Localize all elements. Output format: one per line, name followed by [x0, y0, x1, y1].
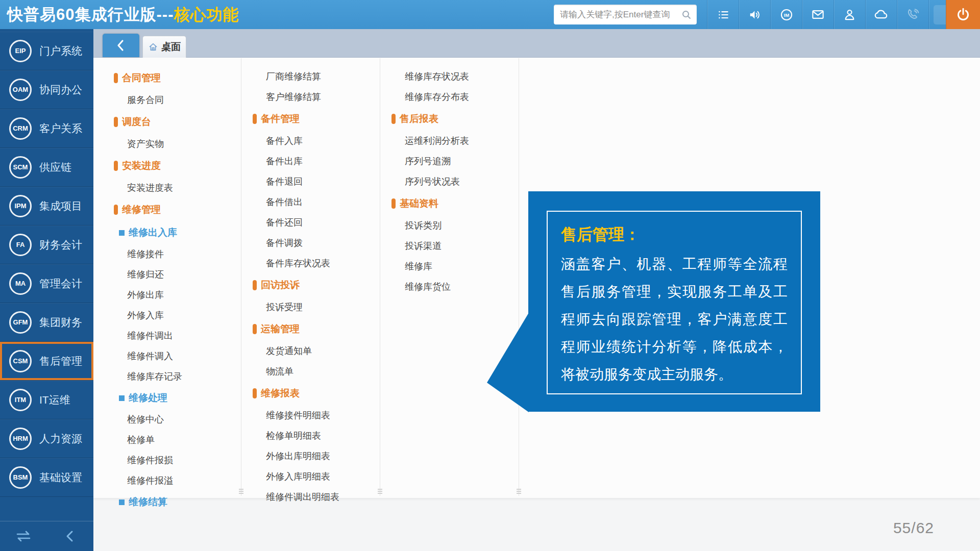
- menu-group-header[interactable]: 回访投诉: [253, 273, 375, 297]
- menu-label: 资产实物: [127, 138, 164, 150]
- sidebar-item-ipm[interactable]: IPM集成项目: [0, 187, 93, 226]
- menu-item[interactable]: 检修中心: [114, 409, 236, 430]
- menu-item[interactable]: 序列号状况表: [391, 171, 514, 192]
- menu-item[interactable]: 序列号追溯: [391, 151, 514, 171]
- menu-item[interactable]: 检修单: [114, 430, 236, 450]
- module-badge-csm: CSM: [9, 350, 32, 372]
- column-divider[interactable]: [519, 58, 519, 496]
- menu-item[interactable]: 维修库存记录: [114, 366, 236, 387]
- sidebar-item-scm[interactable]: SCM供应链: [0, 148, 93, 187]
- module-badge-gfm: GFM: [9, 311, 32, 334]
- menu-item[interactable]: 维修库存状况表: [391, 66, 514, 87]
- menu-subgroup-header[interactable]: 维修结算: [114, 491, 236, 513]
- menu-item[interactable]: 检修单明细表: [253, 425, 375, 446]
- module-badge-crm: CRM: [9, 117, 32, 140]
- power-button[interactable]: [946, 0, 980, 29]
- im-icon[interactable]: IM: [770, 0, 802, 29]
- menu-item[interactable]: 发货通知单: [253, 341, 375, 361]
- sidebar-item-itm[interactable]: ITMIT运维: [0, 381, 93, 419]
- sidebar-item-crm[interactable]: CRM客户关系: [0, 109, 93, 148]
- menu-label: 备件还回: [266, 216, 303, 229]
- menu-item[interactable]: 投诉类别: [391, 215, 514, 236]
- menu-item[interactable]: 外修入库: [114, 305, 236, 325]
- menu-group-header[interactable]: 合同管理: [114, 66, 236, 90]
- menu-label: 厂商维修结算: [266, 70, 321, 83]
- blue-square-marker: [119, 230, 125, 236]
- menu-group-header[interactable]: 售后报表: [391, 107, 514, 131]
- search-input[interactable]: [554, 10, 676, 20]
- column-divider[interactable]: [241, 58, 241, 496]
- module-label: 售后管理: [39, 354, 82, 368]
- menu-item[interactable]: 服务合同: [114, 90, 236, 110]
- speaker-icon[interactable]: [739, 0, 770, 29]
- menu-item[interactable]: 厂商维修结算: [253, 66, 375, 87]
- menu-group-header[interactable]: 运输管理: [253, 317, 375, 341]
- sidebar-item-fa[interactable]: FA财务会计: [0, 226, 93, 264]
- menu-item[interactable]: 运维利润分析表: [391, 131, 514, 151]
- tab-desktop[interactable]: 桌面: [142, 36, 186, 58]
- menu-label: 投诉受理: [266, 301, 303, 313]
- mail-icon[interactable]: [802, 0, 834, 29]
- user-icon[interactable]: [834, 0, 865, 29]
- menu-item[interactable]: 维修接件: [114, 244, 236, 264]
- menu-item[interactable]: 维修件报溢: [114, 470, 236, 491]
- menu-item[interactable]: 外修入库明细表: [253, 466, 375, 487]
- sidebar-item-csm[interactable]: CSM售后管理: [0, 342, 93, 381]
- sidebar-item-gfm[interactable]: GFM集团财务: [0, 303, 93, 342]
- sidebar-item-ma[interactable]: MA管理会计: [0, 264, 93, 303]
- sidebar-item-oam[interactable]: OAM协同办公: [0, 70, 93, 109]
- switch-mode-icon[interactable]: [0, 529, 47, 543]
- menu-label: 维修归还: [127, 268, 164, 281]
- sidebar-item-bsm[interactable]: BSM基础设置: [0, 458, 93, 497]
- menu-label: 客户维修结算: [266, 91, 321, 103]
- column-divider[interactable]: [380, 58, 380, 496]
- menu-label: 合同管理: [122, 71, 161, 85]
- menu-item[interactable]: 维修件调出: [114, 325, 236, 346]
- menu-item[interactable]: 维修件报损: [114, 450, 236, 470]
- menu-item[interactable]: 备件出库: [253, 151, 375, 171]
- menu-item[interactable]: 外修出库: [114, 285, 236, 305]
- collapse-sidebar-icon[interactable]: [47, 529, 94, 543]
- svg-text:IM: IM: [783, 12, 789, 17]
- menu-item[interactable]: 备件入库: [253, 131, 375, 151]
- menu-group-header[interactable]: 基础资料: [391, 192, 514, 215]
- menu-subgroup-header[interactable]: 维修处理: [114, 387, 236, 409]
- menu-item[interactable]: 安装进度表: [114, 178, 236, 198]
- orange-bar-marker: [253, 280, 257, 290]
- menu-group-header[interactable]: 备件管理: [253, 107, 375, 131]
- menu-item[interactable]: 资产实物: [114, 134, 236, 154]
- menu-group-header[interactable]: 安装进度: [114, 154, 236, 178]
- sidebar-item-eip[interactable]: EIP门户系统: [0, 32, 93, 70]
- phone-icon[interactable]: [897, 0, 928, 29]
- menu-group-header[interactable]: 调度台: [114, 110, 236, 134]
- menu-item[interactable]: 维修件调入: [114, 346, 236, 366]
- menu-item[interactable]: 维修库存分布表: [391, 87, 514, 107]
- menu-subgroup-header[interactable]: 维修出入库: [114, 221, 236, 244]
- menu-item[interactable]: 物流单: [253, 361, 375, 382]
- menu-item[interactable]: 投诉受理: [253, 297, 375, 317]
- menu-item[interactable]: 备件还回: [253, 212, 375, 233]
- list-icon[interactable]: [707, 0, 739, 29]
- cloud-icon[interactable]: [865, 0, 897, 29]
- home-icon: [148, 42, 158, 52]
- callout-tail: [487, 313, 529, 412]
- menu-item[interactable]: 客户维修结算: [253, 87, 375, 107]
- menu-item[interactable]: 外修出库明细表: [253, 446, 375, 466]
- menu-item[interactable]: 备件借出: [253, 192, 375, 212]
- menu-item[interactable]: 备件调拨: [253, 233, 375, 253]
- menu-item[interactable]: 维修件调出明细表: [253, 487, 375, 507]
- back-button[interactable]: [103, 34, 139, 57]
- menu-group-header[interactable]: 维修报表: [253, 382, 375, 405]
- menu-item[interactable]: 备件库存状况表: [253, 253, 375, 273]
- sidebar-item-hrm[interactable]: HRM人力资源: [0, 419, 93, 458]
- menu-item[interactable]: 备件退回: [253, 171, 375, 192]
- menu-item[interactable]: 投诉渠道: [391, 236, 514, 256]
- menu-item[interactable]: 维修归还: [114, 264, 236, 285]
- menu-label: 维修件调出: [127, 330, 173, 342]
- menu-label: 维修接件明细表: [266, 409, 330, 421]
- menu-group-header[interactable]: 维修管理: [114, 198, 236, 221]
- menu-item[interactable]: 维修接件明细表: [253, 405, 375, 425]
- search-icon[interactable]: [676, 5, 697, 24]
- menu-item[interactable]: 维修库: [391, 256, 514, 277]
- menu-item[interactable]: 维修库货位: [391, 277, 514, 297]
